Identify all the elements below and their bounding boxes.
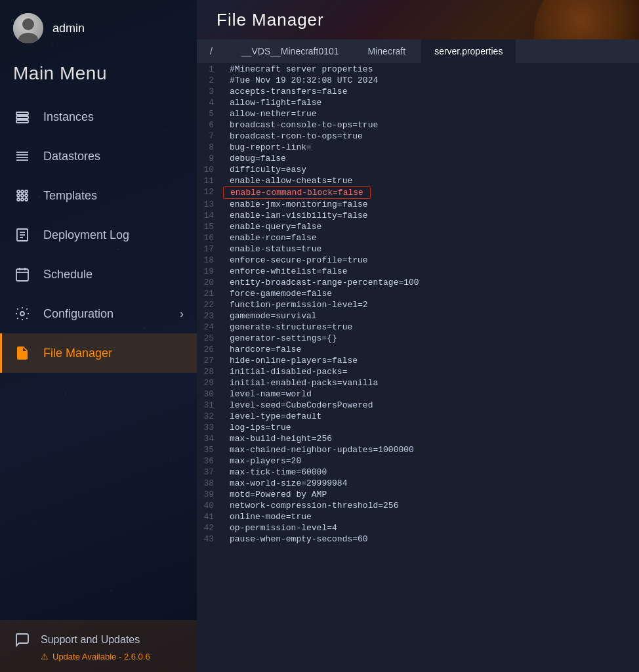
code-line-21[interactable]: 21force-gamemode=false: [197, 288, 639, 299]
line-number-19: 19: [197, 266, 223, 277]
code-line-16[interactable]: 16enable-rcon=false: [197, 232, 639, 243]
line-number-2: 2: [197, 75, 223, 86]
line-number-9: 9: [197, 153, 223, 164]
code-line-1[interactable]: 1#Minecraft server properties: [197, 64, 639, 75]
sidebar: admin Main Menu Instances: [0, 0, 197, 672]
line-content-9: debug=false: [223, 153, 293, 164]
svg-rect-0: [16, 112, 28, 115]
line-content-28: initial-disabled-packs=: [223, 366, 354, 377]
code-line-30[interactable]: 30level-name=world: [197, 388, 639, 400]
main-menu-title: Main Menu: [0, 56, 197, 97]
breadcrumb-minecraft[interactable]: Minecraft: [355, 39, 419, 63]
code-line-28[interactable]: 28initial-disabled-packs=: [197, 366, 639, 377]
line-number-29: 29: [197, 377, 223, 388]
svg-point-12: [25, 194, 28, 197]
line-number-39: 39: [197, 489, 223, 500]
code-line-9[interactable]: 9debug=false: [197, 153, 639, 164]
svg-point-10: [17, 194, 20, 197]
sidebar-item-file-manager-label: File Manager: [43, 346, 112, 360]
code-line-40[interactable]: 40network-compression-threshold=256: [197, 500, 639, 511]
code-line-26[interactable]: 26hardcore=false: [197, 344, 639, 355]
breadcrumb-file[interactable]: server.properties: [421, 39, 516, 63]
code-line-36[interactable]: 36max-players=20: [197, 455, 639, 467]
svg-point-7: [17, 190, 20, 193]
avatar-image: [13, 13, 43, 43]
line-number-34: 34: [197, 433, 223, 444]
code-line-34[interactable]: 34max-build-height=256: [197, 433, 639, 444]
line-content-5: allow-nether=true: [223, 108, 323, 119]
code-line-2[interactable]: 2#Tue Nov 19 20:32:08 UTC 2024: [197, 75, 639, 86]
sidebar-item-deployment-label: Deployment Log: [43, 228, 129, 242]
code-line-43[interactable]: 43pause-when-empty-seconds=60: [197, 534, 639, 545]
code-line-6[interactable]: 6broadcast-console-to-ops=true: [197, 119, 639, 131]
code-line-42[interactable]: 42op-permission-level=4: [197, 522, 639, 534]
line-content-31: level-seed=CubeCodersPowered: [223, 400, 379, 411]
line-content-26: hardcore=false: [223, 344, 308, 355]
sidebar-item-schedule[interactable]: Schedule: [0, 255, 197, 294]
code-line-11[interactable]: 11enable-allow-cheats=true: [197, 175, 639, 186]
code-line-22[interactable]: 22function-permission-level=2: [197, 299, 639, 310]
code-line-25[interactable]: 25generator-settings={}: [197, 333, 639, 344]
code-line-4[interactable]: 4allow-flight=false: [197, 97, 639, 108]
code-line-41[interactable]: 41online-mode=true: [197, 511, 639, 522]
code-line-19[interactable]: 19enforce-whitelist=false: [197, 266, 639, 277]
code-line-23[interactable]: 23gamemode=survival: [197, 310, 639, 322]
file-content-area[interactable]: 1#Minecraft server properties2#Tue Nov 1…: [197, 64, 639, 672]
sidebar-item-instances[interactable]: Instances: [0, 97, 197, 136]
sidebar-item-configuration-label: Configuration: [43, 307, 113, 321]
code-line-38[interactable]: 38max-world-size=29999984: [197, 478, 639, 489]
code-line-15[interactable]: 15enable-query=false: [197, 221, 639, 232]
username: admin: [52, 22, 85, 35]
code-line-3[interactable]: 3accepts-transfers=false: [197, 86, 639, 97]
code-line-5[interactable]: 5allow-nether=true: [197, 108, 639, 119]
line-number-20: 20: [197, 277, 223, 288]
breadcrumb-vds[interactable]: __VDS__Minecraft0101: [228, 39, 352, 63]
code-line-27[interactable]: 27hide-online-players=false: [197, 355, 639, 366]
code-line-8[interactable]: 8bug-report-link=: [197, 142, 639, 153]
sidebar-item-templates[interactable]: Templates: [0, 176, 197, 215]
code-line-29[interactable]: 29initial-enabled-packs=vanilla: [197, 377, 639, 388]
breadcrumb-root[interactable]: /: [197, 39, 226, 63]
line-content-11: enable-allow-cheats=true: [223, 175, 359, 186]
line-number-26: 26: [197, 344, 223, 355]
code-line-13[interactable]: 13enable-jmx-monitoring=false: [197, 199, 639, 210]
code-line-32[interactable]: 32level-type=default: [197, 411, 639, 422]
line-number-30: 30: [197, 388, 223, 400]
line-number-14: 14: [197, 210, 223, 221]
sidebar-item-deployment-log[interactable]: Deployment Log: [0, 215, 197, 255]
code-line-10[interactable]: 10difficulty=easy: [197, 164, 639, 175]
line-content-22: function-permission-level=2: [223, 299, 375, 310]
support-updates-section[interactable]: Support and Updates ⚠ Update Available -…: [0, 620, 197, 672]
line-content-25: generator-settings={}: [223, 333, 344, 344]
line-number-4: 4: [197, 97, 223, 108]
code-line-7[interactable]: 7broadcast-rcon-to-ops=true: [197, 131, 639, 142]
line-number-7: 7: [197, 131, 223, 142]
code-line-17[interactable]: 17enable-status=true: [197, 243, 639, 255]
sidebar-item-datastores[interactable]: Datastores: [0, 136, 197, 176]
line-content-40: network-compression-threshold=256: [223, 500, 405, 511]
sidebar-item-configuration[interactable]: Configuration ›: [0, 294, 197, 333]
line-number-35: 35: [197, 444, 223, 455]
line-number-18: 18: [197, 255, 223, 266]
code-line-37[interactable]: 37max-tick-time=60000: [197, 467, 639, 478]
code-line-31[interactable]: 31level-seed=CubeCodersPowered: [197, 400, 639, 411]
code-line-14[interactable]: 14enable-lan-visibility=false: [197, 210, 639, 221]
code-line-39[interactable]: 39motd=Powered by AMP: [197, 489, 639, 500]
line-number-16: 16: [197, 232, 223, 243]
line-content-27: hide-online-players=false: [223, 355, 364, 366]
code-line-24[interactable]: 24generate-structures=true: [197, 322, 639, 333]
code-line-20[interactable]: 20entity-broadcast-range-percentage=100: [197, 277, 639, 288]
line-number-33: 33: [197, 422, 223, 433]
code-line-35[interactable]: 35max-chained-neighbor-updates=1000000: [197, 444, 639, 455]
update-available: ⚠ Update Available - 2.6.0.6: [41, 652, 184, 662]
code-line-12[interactable]: 12enable-command-block=false: [197, 186, 639, 199]
line-number-36: 36: [197, 455, 223, 467]
code-line-33[interactable]: 33log-ips=true: [197, 422, 639, 433]
page-title: File Manager: [216, 10, 324, 30]
line-number-12: 12: [197, 186, 223, 199]
sidebar-item-file-manager[interactable]: File Manager: [0, 333, 197, 373]
code-line-18[interactable]: 18enforce-secure-profile=true: [197, 255, 639, 266]
svg-point-11: [21, 194, 24, 197]
line-number-31: 31: [197, 400, 223, 411]
line-number-21: 21: [197, 288, 223, 299]
